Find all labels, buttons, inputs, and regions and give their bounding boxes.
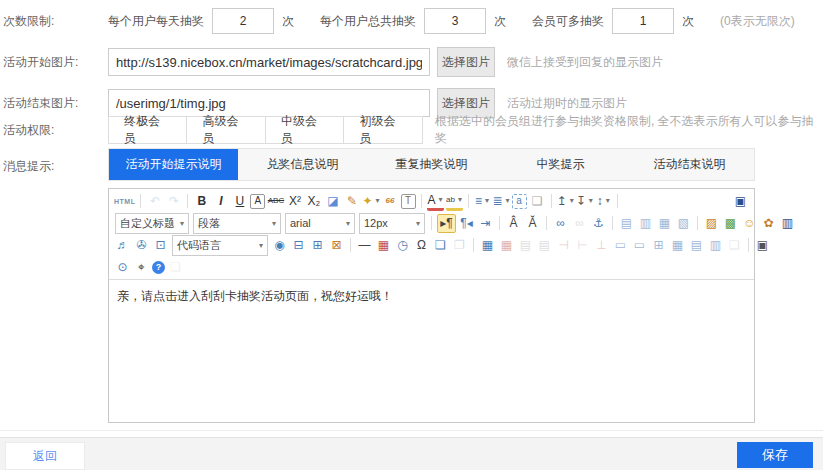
format-painter-icon[interactable]: ✎ (343, 193, 360, 210)
insert-table-icon[interactable]: ▦ (479, 237, 496, 254)
tab-repeat-draw[interactable]: 重复抽奖说明 (367, 149, 496, 180)
special-char-icon[interactable]: Ω (413, 237, 430, 254)
insert-time-icon[interactable]: ◷ (394, 237, 411, 254)
toolbar-separator (499, 216, 500, 230)
bold-icon[interactable]: B (193, 193, 210, 210)
find-replace-icon[interactable]: ⌖ (133, 259, 150, 276)
snapscreen-icon[interactable]: ▩ (722, 215, 739, 232)
italic-icon[interactable]: I (212, 193, 229, 210)
merge-cells-icon[interactable]: ⊞ (650, 237, 667, 254)
blockquote-icon[interactable]: 66 (382, 193, 399, 210)
subscript-icon[interactable]: X₂ (305, 193, 322, 210)
tab-activity-start-tip[interactable]: 活动开始提示说明 (109, 149, 238, 180)
member-level-senior[interactable]: 高级会员 (186, 116, 265, 144)
insert-col-icon[interactable]: ⊢ (574, 237, 591, 254)
member-extra-input[interactable] (612, 8, 674, 34)
paragraph-align-bottom-icon[interactable]: ↧▾ (576, 193, 593, 210)
tab-activity-end[interactable]: 活动结束说明 (625, 149, 754, 180)
unlink-icon[interactable]: ∞ (571, 215, 588, 232)
end-image-hint: 活动过期时的显示图片 (507, 95, 627, 112)
view-source-icon[interactable]: HTML (114, 193, 135, 210)
total-limit-input[interactable] (424, 8, 486, 34)
edit-image-icon[interactable]: ❏ (432, 237, 449, 254)
font-family-select[interactable]: arial▾ (285, 213, 355, 234)
bg-color-icon[interactable]: ab▾ (446, 191, 463, 211)
strikethrough-icon[interactable]: ABC (267, 193, 284, 210)
clipboard-icon[interactable]: ❏ (167, 259, 184, 276)
insert-frame-icon[interactable]: ⊡ (152, 237, 169, 254)
merge-down-icon[interactable]: ▭ (631, 237, 648, 254)
to-lowercase-icon[interactable]: Ǎ (524, 215, 541, 232)
start-image-url-input[interactable] (108, 48, 430, 76)
screenshot-icon[interactable]: ❐ (451, 237, 468, 254)
underline-icon[interactable]: U (231, 193, 248, 210)
justify-center-icon[interactable]: ▥ (637, 215, 654, 232)
direction-rtl-icon[interactable]: ¶◂ (458, 215, 475, 232)
music-icon[interactable]: ♬ (114, 237, 131, 254)
undo-icon[interactable]: ↶ (146, 193, 163, 210)
start-image-pick-button[interactable]: 选择图片 (437, 47, 495, 77)
new-doc-icon[interactable]: ❏ (726, 237, 743, 254)
custom-title-select[interactable]: 自定义标题▾ (115, 213, 189, 234)
direction-ltr-icon[interactable]: ▸¶ (437, 214, 456, 233)
snippet-icon[interactable]: ⊟ (290, 237, 307, 254)
font-color-icon[interactable]: A▾ (427, 191, 444, 211)
split-to-rows-icon[interactable]: ▦ (669, 237, 686, 254)
columns-icon[interactable]: ⊞ (309, 237, 326, 254)
template-icon[interactable]: ⊠ (328, 237, 345, 254)
paragraph-align-top-icon[interactable]: ↥▾ (557, 193, 574, 210)
permission-label: 活动权限: (0, 122, 108, 139)
insert-image-icon[interactable]: ▨ (703, 215, 720, 232)
font-border-icon[interactable]: A (250, 194, 265, 209)
member-level-middle[interactable]: 中级会员 (265, 116, 344, 144)
ordered-list-icon[interactable]: ≡▾ (474, 193, 491, 210)
font-size-select[interactable]: 12px▾ (359, 213, 425, 234)
attachment-icon[interactable]: ✇ (133, 237, 150, 254)
paste-text-icon[interactable]: T (401, 194, 416, 209)
tab-redeem-info[interactable]: 兑奖信息说明 (238, 149, 367, 180)
indent-icon[interactable]: ⇥ (477, 215, 494, 232)
insert-date-icon[interactable]: ▦ (375, 237, 392, 254)
split-to-cols-icon[interactable]: ▤ (688, 237, 705, 254)
merge-right-icon[interactable]: ▭ (612, 237, 629, 254)
emotion-icon[interactable]: ☺ (741, 215, 758, 232)
editor-content-area[interactable]: 亲，请点击进入刮刮卡抽奖活动页面，祝您好运哦！ (109, 279, 754, 422)
blank-doc-icon[interactable]: ❏ (529, 193, 546, 210)
split-cells-icon[interactable]: ▥ (707, 237, 724, 254)
horizontal-rule-icon[interactable]: — (356, 237, 373, 254)
tab-win-tip[interactable]: 中奖提示 (496, 149, 625, 180)
justify-left-icon[interactable]: ▤ (618, 215, 635, 232)
preview-icon[interactable]: ⊙ (114, 259, 131, 276)
print-icon[interactable]: ▣ (754, 237, 771, 254)
anchor-insert-icon[interactable]: ⚓ (590, 215, 607, 232)
insert-table-title-icon[interactable]: ▤ (517, 237, 534, 254)
insert-code-icon[interactable]: ◉ (271, 237, 288, 254)
delete-col-icon[interactable]: ⊥ (593, 237, 610, 254)
fullscreen-icon[interactable]: ▣ (732, 193, 749, 210)
delete-table-icon[interactable]: ▦ (498, 237, 515, 254)
member-level-junior[interactable]: 初级会员 (343, 116, 422, 144)
insert-video-icon[interactable]: ▥ (779, 215, 796, 232)
save-button[interactable]: 保存 (737, 442, 813, 468)
help-icon[interactable]: ? (152, 261, 165, 274)
daily-limit-input[interactable] (212, 8, 274, 34)
auto-typeset-icon[interactable]: ✦▾ (362, 193, 379, 210)
scrawl-icon[interactable]: ✿ (760, 215, 777, 232)
line-height-icon[interactable]: ↕▾ (595, 193, 612, 210)
daily-limit-unit: 次 (282, 13, 294, 30)
delete-row-icon[interactable]: ⊣ (555, 237, 572, 254)
link-icon[interactable]: ∞ (552, 215, 569, 232)
redo-icon[interactable]: ↷ (165, 193, 182, 210)
insert-row-icon[interactable]: ▤ (536, 237, 553, 254)
justify-justify-icon[interactable]: ▧ (675, 215, 692, 232)
code-language-select[interactable]: 代码语言▾ (172, 235, 268, 256)
unordered-list-icon[interactable]: ≣▾ (493, 193, 510, 210)
justify-right-icon[interactable]: ▦ (656, 215, 673, 232)
back-button[interactable]: 返回 (5, 442, 85, 470)
eraser-icon[interactable]: ◪ (324, 193, 341, 210)
superscript-icon[interactable]: X² (286, 193, 303, 210)
paragraph-format-select[interactable]: 段落▾ (193, 213, 281, 234)
anchor-icon[interactable]: a (512, 194, 527, 209)
to-uppercase-icon[interactable]: Â (505, 215, 522, 232)
member-level-ultimate[interactable]: 终极会员 (108, 116, 187, 144)
